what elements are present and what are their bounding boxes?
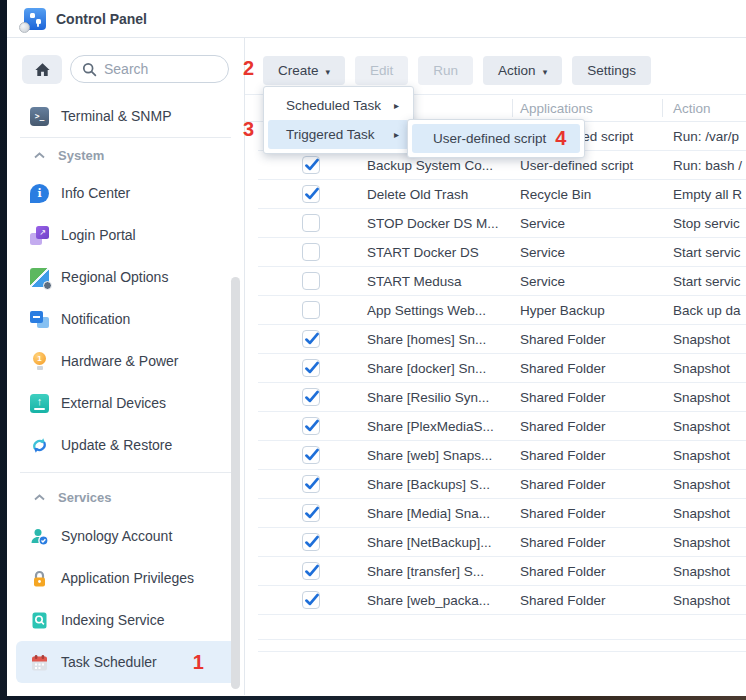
task-name: Share [web] Snaps... (367, 448, 492, 463)
sidebar-item-indexing-service[interactable]: Indexing Service (7, 599, 244, 641)
sidebar-item-application-privileges[interactable]: Application Privileges (7, 557, 244, 599)
column-header-action[interactable]: Action (673, 101, 711, 116)
lightbulb-icon (30, 352, 49, 371)
task-action: Snapshot (673, 564, 730, 579)
table-row[interactable]: Share [web] Snaps... Shared Folder Snaps… (258, 441, 746, 470)
regional-options-icon (30, 268, 49, 287)
column-divider[interactable] (512, 99, 513, 117)
sidebar-item-regional-options[interactable]: Regional Options (7, 256, 244, 298)
task-name: Share [Backups] S... (367, 477, 490, 492)
chevron-down-icon: ▾ (543, 67, 548, 77)
run-button[interactable]: Run (418, 56, 473, 85)
task-application: Shared Folder (520, 593, 606, 608)
sidebar-item-synology-account[interactable]: Synology Account (7, 515, 244, 557)
row-checkbox[interactable] (302, 301, 320, 319)
task-action: Snapshot (673, 419, 730, 434)
table-row[interactable]: START Medusa Service Start servic (258, 267, 746, 296)
task-application: Shared Folder (520, 477, 606, 492)
table-row[interactable]: Share [Resilio Syn... Shared Folder Snap… (258, 383, 746, 412)
row-checkbox[interactable] (302, 214, 320, 232)
table-row[interactable]: Share [Media] Sna... Shared Folder Snaps… (258, 499, 746, 528)
sidebar-item-notification[interactable]: Notification (7, 298, 244, 340)
action-button[interactable]: Action▾ (483, 56, 562, 85)
table-row[interactable]: Share [web_packa... Shared Folder Snapsh… (258, 586, 746, 615)
control-panel-icon (24, 8, 46, 30)
row-checkbox[interactable] (302, 330, 320, 348)
create-menu: Scheduled Task ▸ Triggered Task ▸ (263, 86, 414, 154)
annotation-step-1: 1 (193, 651, 204, 674)
check-icon (303, 359, 321, 377)
task-action: Back up da (673, 303, 741, 318)
task-application: Service (520, 245, 565, 260)
sidebar-item-task-scheduler[interactable]: Task Scheduler 1 (16, 641, 238, 683)
sidebar-item-hardware-power[interactable]: Hardware & Power (7, 340, 244, 382)
check-icon (303, 388, 321, 406)
sidebar-item-external-devices[interactable]: External Devices (7, 382, 244, 424)
task-action: Snapshot (673, 477, 730, 492)
sidebar-section-system[interactable]: System (7, 138, 244, 172)
sidebar-scrollbar[interactable] (231, 277, 240, 689)
row-checkbox[interactable] (302, 156, 320, 174)
table-row[interactable]: Share [transfer] S... Shared Folder Snap… (258, 557, 746, 586)
settings-button[interactable]: Settings (572, 56, 651, 85)
create-button[interactable]: Create▾ (263, 56, 345, 85)
task-action: Start servic (673, 274, 741, 289)
table-row[interactable]: STOP Docker DS M... Service Stop servic (258, 209, 746, 238)
home-button[interactable] (22, 55, 62, 84)
table-row[interactable]: App Settings Web... Hyper Backup Back up… (258, 296, 746, 325)
sidebar-item-terminal-snmp[interactable]: Terminal & SNMP (7, 95, 244, 137)
row-checkbox[interactable] (302, 533, 320, 551)
check-icon (303, 446, 321, 464)
row-checkbox[interactable] (302, 388, 320, 406)
row-checkbox[interactable] (302, 185, 320, 203)
check-icon (303, 330, 321, 348)
lock-icon (30, 569, 49, 588)
task-application: Shared Folder (520, 332, 606, 347)
task-action: Snapshot (673, 361, 730, 376)
menu-item-triggered-task[interactable]: Triggered Task ▸ (268, 120, 409, 149)
sidebar-item-login-portal[interactable]: Login Portal (7, 214, 244, 256)
table-row[interactable]: Share [Backups] S... Shared Folder Snaps… (258, 470, 746, 499)
search-input[interactable]: Search (70, 55, 229, 83)
task-action: Snapshot (673, 535, 730, 550)
annotation-step-4: 4 (555, 127, 566, 150)
menu-item-scheduled-task[interactable]: Scheduled Task ▸ (268, 91, 409, 120)
title-bar: Control Panel (7, 0, 746, 38)
check-icon (303, 417, 321, 435)
row-checkbox[interactable] (302, 417, 320, 435)
row-checkbox[interactable] (302, 475, 320, 493)
check-icon (303, 185, 321, 203)
task-action: Stop servic (673, 216, 740, 231)
row-checkbox[interactable] (302, 359, 320, 377)
calendar-icon (30, 653, 49, 672)
task-action: Run: bash / (673, 158, 742, 173)
sidebar-item-update-restore[interactable]: Update & Restore (7, 424, 244, 466)
row-checkbox[interactable] (302, 243, 320, 261)
edit-button[interactable]: Edit (355, 56, 408, 85)
table-row[interactable]: START Docker DS Service Start servic (258, 238, 746, 267)
desktop: Control Panel Search Terminal & SNMP (0, 0, 746, 700)
row-checkbox[interactable] (302, 446, 320, 464)
menu-item-user-defined-script[interactable]: User-defined script 4 (412, 124, 580, 153)
row-checkbox[interactable] (302, 272, 320, 290)
column-divider[interactable] (662, 99, 663, 117)
terminal-icon (30, 107, 49, 126)
sidebar-item-info-center[interactable]: Info Center (7, 172, 244, 214)
column-header-applications[interactable]: Applications (520, 101, 593, 116)
check-icon (303, 562, 321, 580)
submenu-arrow-icon: ▸ (394, 100, 399, 111)
sidebar-section-services[interactable]: Services (7, 479, 244, 515)
table-row[interactable]: Share [docker] Sn... Shared Folder Snaps… (258, 354, 746, 383)
table-row[interactable]: Share [NetBackup]... Shared Folder Snaps… (258, 528, 746, 557)
row-checkbox[interactable] (302, 562, 320, 580)
check-icon (303, 504, 321, 522)
table-row[interactable]: Delete Old Trash Recycle Bin Empty all R (258, 180, 746, 209)
submenu-arrow-icon: ▸ (394, 129, 399, 140)
task-application: Shared Folder (520, 506, 606, 521)
table-row[interactable]: Share [homes] Sn... Shared Folder Snapsh… (258, 325, 746, 354)
table-row[interactable]: Share [PlexMediaS... Shared Folder Snaps… (258, 412, 746, 441)
row-checkbox[interactable] (302, 504, 320, 522)
row-checkbox[interactable] (302, 591, 320, 609)
check-icon (303, 591, 321, 609)
account-icon (30, 527, 49, 546)
